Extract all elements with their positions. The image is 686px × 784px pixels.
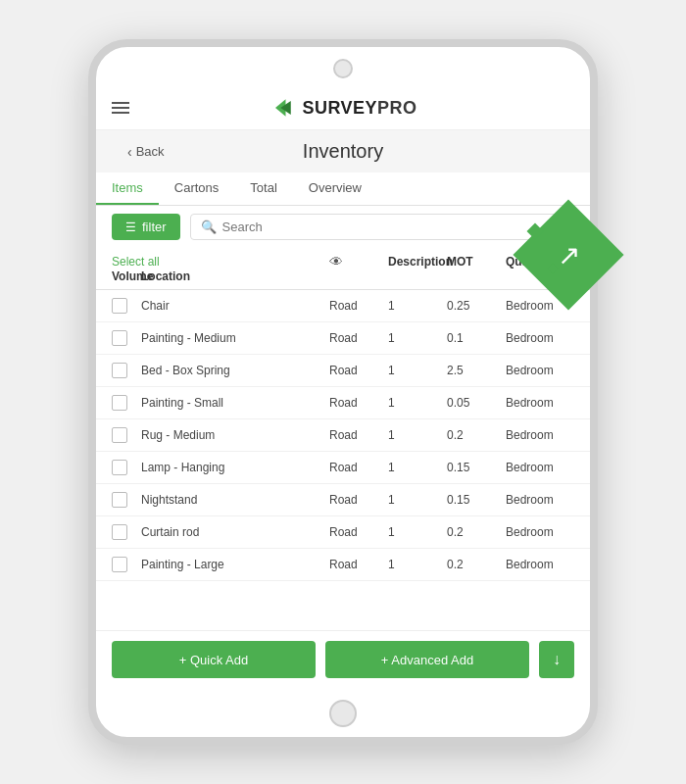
- cell-volume-1: 0.1: [447, 331, 506, 345]
- row-checkbox-4[interactable]: [112, 427, 127, 443]
- cell-description-0: Chair: [141, 299, 329, 313]
- table-row: Nightstand Road 1 0.15 Bedroom: [96, 484, 590, 516]
- bottom-bar: + Quick Add + Advanced Add ↓: [96, 630, 590, 688]
- logo-icon: [269, 94, 296, 122]
- cell-quantity-1: 1: [388, 331, 447, 345]
- cell-volume-0: 0.25: [447, 299, 506, 313]
- row-checkbox-8[interactable]: [112, 557, 127, 572]
- cell-mot-1: Road: [329, 331, 388, 345]
- cell-quantity-7: 1: [388, 525, 447, 539]
- nav-bar: ‹ Back Inventory: [96, 130, 590, 172]
- cell-mot-5: Road: [329, 461, 388, 474]
- col-description: Description: [388, 255, 447, 269]
- cell-description-2: Bed - Box Spring: [141, 364, 329, 377]
- table-container: Select all 👁 Description MOT Quantity Vo…: [96, 248, 590, 630]
- table-row: Bed - Box Spring Road 1 2.5 Bedroom: [96, 355, 590, 387]
- col-volume: Volume: [112, 270, 141, 283]
- back-button[interactable]: ‹ Back: [127, 144, 165, 160]
- tab-cartons[interactable]: Cartons: [159, 172, 235, 205]
- search-box: 🔍: [190, 214, 574, 240]
- cell-volume-8: 0.2: [447, 558, 506, 571]
- app-header: SURVEYPRO: [96, 86, 590, 130]
- search-input[interactable]: [222, 220, 564, 234]
- filter-icon: ☰: [125, 220, 136, 234]
- cell-description-1: Painting - Medium: [141, 331, 329, 345]
- tab-overview[interactable]: Overview: [293, 172, 377, 205]
- cell-mot-3: Road: [329, 396, 388, 410]
- quick-add-button[interactable]: + Quick Add: [112, 641, 316, 678]
- cell-mot-4: Road: [329, 428, 388, 442]
- logo-survey: SURVEY: [302, 98, 377, 118]
- cell-quantity-6: 1: [388, 493, 447, 507]
- table-row: Painting - Medium Road 1 0.1 Bedroom: [96, 322, 590, 355]
- back-label: Back: [136, 144, 165, 159]
- tablet-home-button[interactable]: [329, 700, 357, 727]
- app-content: SURVEYPRO ‹ Back Inventory Items Cartons: [96, 86, 590, 688]
- row-checkbox-3[interactable]: [112, 395, 127, 411]
- table-row: Curtain rod Road 1 0.2 Bedroom: [96, 516, 590, 549]
- logo-pro: PRO: [377, 98, 417, 118]
- row-checkbox-6[interactable]: [112, 492, 127, 508]
- filter-button[interactable]: ☰ filter: [112, 214, 180, 240]
- logo: SURVEYPRO: [269, 94, 416, 122]
- row-checkbox-5[interactable]: [112, 460, 127, 475]
- select-all-button[interactable]: Select all: [112, 255, 180, 269]
- cell-location-4: Bedroom: [506, 428, 574, 442]
- cell-volume-3: 0.05: [447, 396, 506, 410]
- row-checkbox-2[interactable]: [112, 363, 127, 378]
- advanced-add-button[interactable]: + Advanced Add: [325, 641, 529, 678]
- hamburger-menu[interactable]: [112, 102, 129, 114]
- search-icon: 🔍: [201, 220, 217, 234]
- table-row: Chair Road 1 0.25 Bedroom: [96, 290, 590, 322]
- cell-location-1: Bedroom: [506, 331, 574, 345]
- logo-text: SURVEYPRO: [302, 98, 416, 119]
- cell-mot-8: Road: [329, 558, 388, 571]
- tab-items[interactable]: Items: [96, 172, 159, 205]
- tabs-row: Items Cartons Total Overview: [96, 172, 590, 206]
- eye-icon: 👁: [329, 254, 388, 270]
- row-checkbox-1[interactable]: [112, 330, 127, 346]
- cell-description-3: Painting - Small: [141, 396, 329, 410]
- cell-volume-4: 0.2: [447, 428, 506, 442]
- filter-label: filter: [142, 220, 167, 234]
- cell-location-2: Bedroom: [506, 364, 574, 377]
- filter-row: ☰ filter 🔍: [96, 206, 590, 248]
- cell-location-5: Bedroom: [506, 461, 574, 474]
- cell-mot-2: Road: [329, 364, 388, 377]
- row-checkbox-0[interactable]: [112, 298, 127, 314]
- download-icon: ↓: [553, 651, 561, 668]
- cell-volume-5: 0.15: [447, 461, 506, 474]
- cell-quantity-0: 1: [388, 299, 447, 313]
- cell-volume-7: 0.2: [447, 525, 506, 539]
- tablet-camera: [333, 59, 353, 78]
- cell-mot-7: Road: [329, 525, 388, 539]
- cell-mot-6: Road: [329, 493, 388, 507]
- cell-quantity-2: 1: [388, 364, 447, 377]
- table-body: Chair Road 1 0.25 Bedroom Painting - Med…: [96, 290, 590, 581]
- download-button[interactable]: ↓: [539, 641, 574, 678]
- back-chevron-icon: ‹: [127, 144, 132, 160]
- cell-quantity-4: 1: [388, 428, 447, 442]
- cell-description-6: Nightstand: [141, 493, 329, 507]
- cell-location-3: Bedroom: [506, 396, 574, 410]
- tab-total[interactable]: Total: [234, 172, 292, 205]
- cell-quantity-8: 1: [388, 558, 447, 571]
- cell-description-4: Rug - Medium: [141, 428, 329, 442]
- row-checkbox-7[interactable]: [112, 524, 127, 540]
- cell-volume-2: 2.5: [447, 364, 506, 377]
- cell-quantity-5: 1: [388, 461, 447, 474]
- cell-description-8: Painting - Large: [141, 558, 329, 571]
- tablet-shell: SURVEYPRO ‹ Back Inventory Items Cartons: [88, 39, 598, 745]
- badge-icon: ↗: [558, 239, 580, 271]
- table-row: Rug - Medium Road 1 0.2 Bedroom: [96, 419, 590, 452]
- cell-location-8: Bedroom: [506, 558, 574, 571]
- cell-volume-6: 0.15: [447, 493, 506, 507]
- cell-location-6: Bedroom: [506, 493, 574, 507]
- cell-location-7: Bedroom: [506, 525, 574, 539]
- table-row: Lamp - Hanging Road 1 0.15 Bedroom: [96, 452, 590, 484]
- cell-description-5: Lamp - Hanging: [141, 461, 329, 474]
- table-row: Painting - Large Road 1 0.2 Bedroom: [96, 549, 590, 581]
- page-title: Inventory: [112, 140, 574, 163]
- cell-mot-0: Road: [329, 299, 388, 313]
- col-location: Location: [141, 270, 180, 283]
